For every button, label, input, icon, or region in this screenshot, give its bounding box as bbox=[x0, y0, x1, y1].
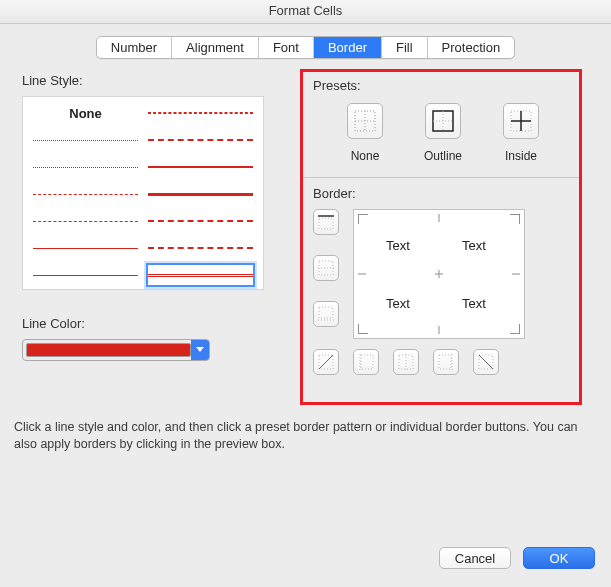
tab-alignment[interactable]: Alignment bbox=[172, 37, 259, 58]
border-top-button[interactable] bbox=[313, 209, 339, 235]
line-style-picker[interactable]: None bbox=[22, 96, 264, 290]
preview-cell: Text bbox=[386, 238, 410, 253]
line-style-option[interactable] bbox=[148, 238, 253, 258]
tab-protection[interactable]: Protection bbox=[428, 37, 515, 58]
border-presets-panel: Presets: None Outline Inside bbox=[300, 69, 582, 405]
preset-none[interactable]: None bbox=[339, 103, 391, 163]
tab-number[interactable]: Number bbox=[97, 37, 172, 58]
preview-cell: Text bbox=[462, 296, 486, 311]
border-horizontal-button[interactable] bbox=[313, 255, 339, 281]
presets-label: Presets: bbox=[313, 78, 569, 93]
border-left-button[interactable] bbox=[353, 349, 379, 375]
window-title: Format Cells bbox=[0, 0, 611, 24]
preset-outline[interactable]: Outline bbox=[417, 103, 469, 163]
line-style-option[interactable] bbox=[33, 211, 138, 231]
border-label: Border: bbox=[313, 186, 569, 201]
preset-outline-icon bbox=[425, 103, 461, 139]
line-style-option[interactable] bbox=[33, 130, 138, 150]
line-style-option[interactable] bbox=[148, 103, 253, 123]
preview-cell: Text bbox=[462, 238, 486, 253]
svg-line-16 bbox=[319, 355, 333, 369]
svg-line-24 bbox=[479, 355, 493, 369]
line-style-option[interactable] bbox=[148, 157, 253, 177]
chevron-down-icon bbox=[191, 340, 209, 360]
line-style-option[interactable] bbox=[33, 265, 138, 285]
border-vertical-button[interactable] bbox=[393, 349, 419, 375]
preset-none-label: None bbox=[351, 149, 380, 163]
preset-inside-label: Inside bbox=[505, 149, 537, 163]
line-style-label: Line Style: bbox=[22, 73, 284, 88]
segmented-control: Number Alignment Font Border Fill Protec… bbox=[96, 36, 515, 59]
tab-font[interactable]: Font bbox=[259, 37, 314, 58]
line-style-option[interactable] bbox=[33, 157, 138, 177]
border-preview[interactable]: Text Text Text Text bbox=[353, 209, 525, 339]
preset-inside[interactable]: Inside bbox=[495, 103, 547, 163]
line-style-option[interactable] bbox=[33, 184, 138, 204]
tab-border[interactable]: Border bbox=[314, 37, 382, 58]
border-bottom-button[interactable] bbox=[313, 301, 339, 327]
svg-rect-21 bbox=[439, 355, 451, 369]
line-style-option-selected[interactable] bbox=[148, 265, 253, 285]
border-diag-down-button[interactable] bbox=[473, 349, 499, 375]
line-color-swatch bbox=[26, 343, 191, 357]
line-color-label: Line Color: bbox=[22, 316, 284, 331]
cancel-button[interactable]: Cancel bbox=[439, 547, 511, 569]
line-style-option[interactable] bbox=[33, 238, 138, 258]
preset-inside-icon bbox=[503, 103, 539, 139]
preset-none-icon bbox=[347, 103, 383, 139]
line-style-none-label: None bbox=[69, 106, 102, 121]
line-style-option[interactable] bbox=[148, 211, 253, 231]
border-diag-up-button[interactable] bbox=[313, 349, 339, 375]
line-style-option[interactable] bbox=[148, 130, 253, 150]
preset-outline-label: Outline bbox=[424, 149, 462, 163]
line-style-option[interactable] bbox=[148, 184, 253, 204]
help-text: Click a line style and color, and then c… bbox=[14, 419, 591, 453]
tab-bar: Number Alignment Font Border Fill Protec… bbox=[0, 36, 611, 59]
border-right-button[interactable] bbox=[433, 349, 459, 375]
line-color-picker[interactable] bbox=[22, 339, 210, 361]
svg-rect-17 bbox=[361, 355, 373, 369]
svg-rect-13 bbox=[319, 307, 333, 318]
tab-fill[interactable]: Fill bbox=[382, 37, 428, 58]
ok-button[interactable]: OK bbox=[523, 547, 595, 569]
preview-cell: Text bbox=[386, 296, 410, 311]
line-style-none[interactable]: None bbox=[33, 103, 138, 123]
divider bbox=[303, 177, 579, 178]
svg-rect-10 bbox=[319, 218, 333, 229]
